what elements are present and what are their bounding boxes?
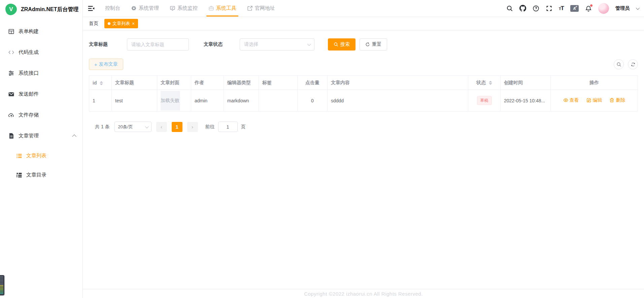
publish-article-button[interactable]: + 发布文章 [89,59,123,70]
font-size-icon[interactable]: TT [559,5,564,12]
nav-item-official-site[interactable]: 官网地址 [243,0,279,16]
sidebar-item-label: 表单构建 [19,28,39,35]
logo-icon: V [5,4,17,15]
page-content: 文章标题 文章状态 请选择 搜索 重置 + [83,30,644,132]
view-button[interactable]: 查看 [563,97,579,103]
reset-button[interactable]: 重置 [360,38,387,51]
nav-item-label: 官网地址 [255,5,275,11]
sort-icon[interactable] [100,81,103,85]
header-cover: 文章封面 [157,76,191,90]
page-unit-label: 页 [241,124,246,130]
prev-page-button[interactable]: ‹ [156,122,167,132]
delete-label: 删除 [616,97,625,103]
sidebar-item-label: 文章管理 [19,133,39,139]
eye-icon [563,98,568,103]
toggle-search-button[interactable] [614,59,624,69]
close-icon[interactable]: × [132,21,135,26]
cell-cover: 加载失败 [157,90,191,111]
sidebar-item-form-builder[interactable]: 表单构建 [0,21,82,42]
search-button[interactable]: 搜索 [328,38,355,51]
chevron-down-icon[interactable] [636,6,640,9]
table-toolbar: + 发布文章 [89,59,638,70]
article-title-label: 文章标题 [89,41,127,47]
navbar-right-tools: TT A 管理员 [506,3,639,14]
cell-actions: 查看 编辑 [551,90,638,111]
sidebar-menu: 表单构建 代码生成 系统接口 发送邮件 文件存储 [0,21,82,185]
sidebar-item-label: 系统接口 [19,70,39,76]
sidebar-subitem-article-catalog[interactable]: 文章目录 [0,165,82,185]
refresh-table-button[interactable] [628,59,638,69]
sidebar: V ZRAdmin.NET后台管理 表单构建 代码生成 系统接口 [0,0,83,298]
page-size-select[interactable]: 20条/页 [114,122,151,132]
sidebar-subitem-label: 文章列表 [26,153,46,159]
edit-button[interactable]: 编辑 [586,97,602,103]
cell-author: admin [191,90,224,111]
tab-article-list[interactable]: 文章列表 × [104,19,138,28]
goto-label: 前往 [205,124,215,130]
cell-tag [259,90,298,111]
top-nav-items: 控制台 系统管理 系统监控 系统工具 [101,0,279,16]
envelope-icon [8,91,14,97]
delete-button[interactable]: 删除 [609,97,625,103]
tab-home[interactable]: 首页 [89,21,98,27]
sidebar-item-label: 代码生成 [19,49,39,56]
table-tool-buttons [614,59,638,69]
app-title: ZRAdmin.NET后台管理 [21,6,79,13]
equalizer-bars-colored [0,285,3,294]
header-clicks: 点击量 [298,76,328,90]
sidebar-item-file-storage[interactable]: 文件存储 [0,104,82,125]
header-editor-type: 编辑器类型 [224,76,259,90]
nav-item-system-mgmt[interactable]: 系统管理 [127,0,163,16]
edit-icon [586,98,591,103]
language-icon[interactable]: A [570,5,579,12]
view-label: 查看 [570,97,579,103]
current-page-button[interactable]: 1 [172,122,182,132]
cell-status: 草稿 [468,90,501,111]
equalizer-widget[interactable] [0,275,4,295]
active-dot-icon [108,22,110,25]
nav-item-system-monitor[interactable]: 系统监控 [166,0,202,16]
fullscreen-icon[interactable] [546,5,552,12]
search-icon [334,42,338,47]
header-title: 文章标题 [112,76,157,90]
notifications-bell-icon[interactable] [585,5,592,12]
sidebar-item-article-mgmt[interactable]: 文章管理 [0,125,82,146]
cell-clicks: 0 [298,90,328,111]
article-status-select[interactable]: 请选择 [240,38,314,51]
header-actions: 操作 [551,76,638,90]
header-id[interactable]: id [89,76,112,90]
sidebar-fold-icon[interactable] [88,5,95,12]
nav-item-label: 系统管理 [139,5,159,11]
tab-label: 文章列表 [112,21,130,27]
header-status[interactable]: 状态 [468,76,501,90]
article-title-input[interactable] [127,38,189,51]
publish-button-label: 发布文章 [99,61,118,67]
broken-image-placeholder: 加载失败 [161,91,180,110]
github-icon[interactable] [519,5,526,12]
notification-badge [590,4,593,7]
table-row[interactable]: 1 test 加载失败 admin markdown 0 sdddd [89,90,638,111]
top-navbar: 控制台 系统管理 系统监控 系统工具 [83,0,644,17]
trash-icon [609,98,614,103]
header-author: 作者 [191,76,224,90]
sliders-icon [8,70,14,76]
sort-icon[interactable] [489,81,492,85]
sidebar-item-system-api[interactable]: 系统接口 [0,63,82,84]
sidebar-subitem-article-list[interactable]: 文章列表 [0,146,82,165]
next-page-button[interactable]: › [187,122,198,132]
sidebar-item-code-gen[interactable]: 代码生成 [0,42,82,63]
external-link-icon [247,5,253,11]
page-size-value: 20条/页 [118,124,133,130]
app-logo[interactable]: V ZRAdmin.NET后台管理 [0,0,82,19]
search-icon[interactable] [506,5,513,12]
table-header-row: id 文章标题 文章封面 作者 编辑器类型 标签 点击量 文章内容 状态 [89,76,638,90]
sidebar-item-send-mail[interactable]: 发送邮件 [0,84,82,104]
user-name[interactable]: 管理员 [615,5,630,11]
user-avatar[interactable] [598,3,609,14]
edit-label: 编辑 [593,97,602,103]
header-created: 创建时间 [501,76,551,90]
nav-item-console[interactable]: 控制台 [101,0,124,16]
help-icon[interactable] [533,5,539,12]
nav-item-system-tools[interactable]: 系统工具 [204,0,240,16]
goto-page-input[interactable] [218,122,238,132]
